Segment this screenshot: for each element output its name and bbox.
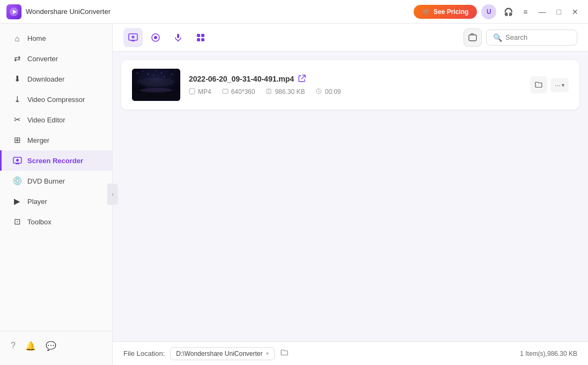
main-layout: ⌂ Home ⇄ Converter ⬇ Downloader ⤓ Video … (0, 24, 588, 365)
dvd-burner-icon: 💿 (12, 176, 22, 186)
tab-camera-record[interactable] (146, 28, 165, 47)
file-name-row: 2022-06-20_09-31-40-491.mp4 (189, 75, 521, 84)
user-avatar-button[interactable]: U (481, 4, 496, 19)
content-header: 🔍 (113, 24, 588, 52)
sidebar-item-video-editor[interactable]: ✂ Video Editor (0, 110, 112, 130)
svg-rect-10 (177, 34, 179, 38)
svg-rect-38 (189, 89, 195, 94)
search-box: 🔍 (486, 30, 577, 46)
sidebar-item-video-compressor[interactable]: ⤓ Video Compressor (0, 89, 112, 110)
video-editor-icon: ✂ (12, 115, 22, 125)
tab-screen-record[interactable] (123, 28, 143, 47)
collapse-sidebar-handle[interactable]: ‹ (107, 184, 118, 205)
titlebar: Wondershare UniConverter 🛒 See Pricing U… (0, 0, 588, 24)
svg-point-4 (16, 159, 19, 162)
file-format: MP4 (189, 88, 211, 96)
more-actions-button[interactable]: ··· ▾ (550, 78, 569, 92)
size-icon (266, 88, 272, 96)
format-icon (189, 88, 195, 96)
svg-point-19 (137, 72, 137, 73)
maximize-button[interactable]: □ (554, 5, 564, 18)
file-info: 2022-06-20_09-31-40-491.mp4 (189, 75, 521, 96)
player-icon: ▶ (12, 196, 22, 206)
titlebar-right: 🛒 See Pricing U 🎧 ≡ — □ ✕ (414, 4, 582, 19)
file-duration: 00:09 (315, 88, 341, 96)
open-file-icon[interactable] (298, 75, 306, 84)
feedback-icon[interactable]: 💬 (46, 341, 56, 351)
svg-point-31 (137, 78, 175, 86)
sidebar-item-screen-recorder[interactable]: Screen Recorder (0, 150, 112, 171)
svg-point-21 (148, 74, 148, 74)
sidebar-item-downloader[interactable]: ⬇ Downloader (0, 69, 112, 89)
help-icon[interactable]: ? (11, 341, 16, 351)
tab-apps[interactable] (191, 28, 210, 47)
sidebar: ⌂ Home ⇄ Converter ⬇ Downloader ⤓ Video … (0, 24, 113, 365)
file-location-select[interactable]: D:\Wondershare UniConverter ▾ (170, 347, 274, 360)
file-actions: ··· ▾ (530, 76, 569, 93)
open-folder-button[interactable] (530, 76, 547, 93)
file-name: 2022-06-20_09-31-40-491.mp4 (189, 75, 294, 83)
search-icon: 🔍 (493, 33, 502, 42)
file-location: File Location: D:\Wondershare UniConvert… (123, 347, 289, 360)
svg-point-24 (167, 71, 167, 72)
minimize-button[interactable]: — (535, 5, 549, 18)
svg-rect-6 (131, 40, 135, 41)
hamburger-button[interactable]: ≡ (520, 5, 531, 18)
sidebar-item-converter[interactable]: ⇄ Converter (0, 48, 112, 69)
downloader-icon: ⬇ (12, 74, 22, 84)
headphone-button[interactable]: 🎧 (501, 4, 516, 19)
sidebar-item-player[interactable]: ▶ Player (0, 191, 112, 211)
file-size: 986.30 KB (266, 88, 305, 96)
sidebar-item-home[interactable]: ⌂ Home (0, 28, 112, 48)
more-chevron-icon: ▾ (562, 82, 564, 88)
sidebar-item-dvd-burner[interactable]: 💿 DVD Burner (0, 171, 112, 191)
svg-rect-39 (223, 89, 228, 93)
svg-rect-14 (197, 38, 200, 41)
dropdown-chevron-icon: ▾ (266, 351, 269, 356)
duration-icon (315, 88, 322, 96)
svg-point-20 (143, 71, 143, 72)
svg-point-26 (176, 71, 177, 71)
svg-point-28 (153, 75, 153, 75)
file-resolution: 640*360 (222, 88, 255, 96)
open-location-folder-icon[interactable] (280, 348, 289, 359)
svg-rect-13 (201, 34, 204, 37)
svg-rect-16 (469, 35, 476, 41)
svg-point-22 (156, 71, 157, 71)
add-file-button[interactable] (464, 28, 482, 47)
sidebar-item-toolbox[interactable]: ⊡ Toolbox (0, 211, 112, 232)
converter-icon: ⇄ (12, 54, 22, 63)
content-area: 🔍 (113, 24, 588, 365)
home-icon: ⌂ (12, 33, 22, 43)
svg-point-30 (170, 78, 170, 79)
sidebar-item-merger[interactable]: ⊞ Merger (0, 130, 112, 150)
video-compressor-icon: ⤓ (12, 94, 22, 104)
tab-audio-record[interactable] (168, 28, 188, 47)
search-input[interactable] (505, 33, 570, 41)
toolbox-icon: ⊡ (12, 217, 22, 227)
svg-line-37 (302, 76, 305, 79)
svg-point-23 (161, 72, 161, 73)
header-right: 🔍 (464, 28, 577, 47)
sidebar-bottom-icons: ? 🔔 💬 (0, 337, 112, 355)
svg-rect-3 (16, 163, 19, 164)
more-dots-icon: ··· (555, 81, 561, 89)
file-count: 1 Item(s),986.30 KB (520, 350, 577, 357)
app-icon (6, 4, 21, 19)
resolution-icon (222, 88, 229, 96)
notification-icon[interactable]: 🔔 (25, 341, 36, 351)
screen-recorder-icon (12, 156, 22, 165)
svg-rect-12 (197, 34, 200, 37)
svg-rect-15 (201, 38, 204, 41)
content-main: 2022-06-20_09-31-40-491.mp4 (113, 52, 588, 341)
file-meta: MP4 640*360 (189, 88, 521, 96)
cart-icon: 🛒 (422, 8, 430, 16)
close-button[interactable]: ✕ (569, 5, 582, 18)
svg-point-29 (164, 77, 165, 77)
merger-icon: ⊞ (12, 135, 22, 145)
see-pricing-button[interactable]: 🛒 See Pricing (414, 5, 477, 19)
svg-point-25 (172, 74, 172, 74)
titlebar-left: Wondershare UniConverter (6, 4, 111, 19)
file-thumbnail (132, 69, 180, 101)
tab-icons (123, 28, 210, 47)
